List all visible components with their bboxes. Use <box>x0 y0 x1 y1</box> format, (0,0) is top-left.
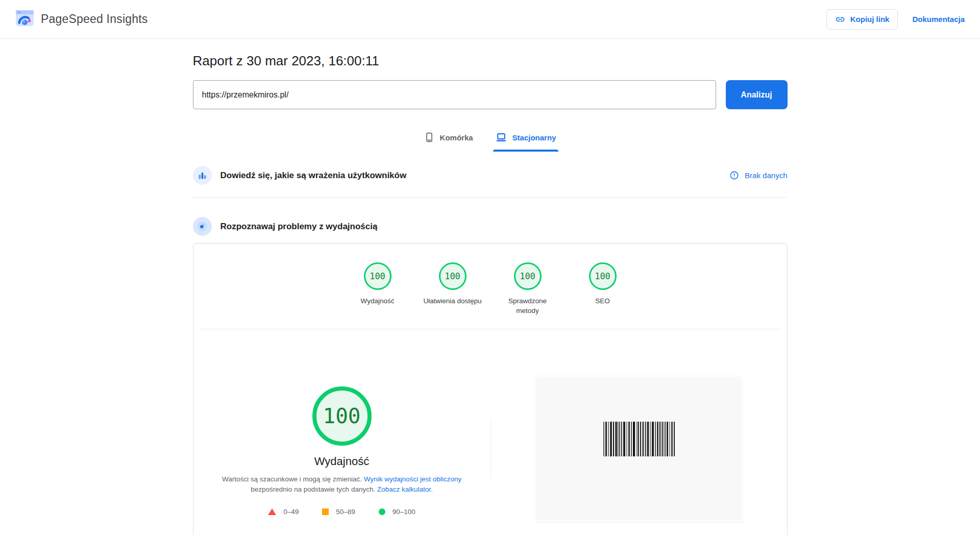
score-calculation-link[interactable]: Wynik wydajności jest obliczony <box>364 475 461 483</box>
category-scores-row: 100 Wydajność 100 Ułatwienia dostępu 100… <box>193 244 787 315</box>
see-calculator-link[interactable]: Zobacz kalkulator. <box>377 485 433 493</box>
copy-link-label: Kopiuj link <box>850 15 890 23</box>
tab-mobile[interactable]: Komórka <box>422 128 476 152</box>
legend-range: 90–100 <box>393 508 415 516</box>
note-text: bezpośrednio na podstawie tych danych. <box>251 485 375 493</box>
link-icon <box>835 14 845 25</box>
tab-underline <box>493 150 559 152</box>
orange-square-icon <box>322 508 329 515</box>
score-circle: 100 <box>589 262 617 290</box>
copy-link-button[interactable]: Kopiuj link <box>826 9 898 30</box>
score-label: SEO <box>595 296 610 306</box>
legend-item-fail: 0–49 <box>268 508 299 516</box>
score-best-practices[interactable]: 100 Sprawdzone metody <box>497 262 558 315</box>
laptop-icon <box>496 132 507 143</box>
field-data-icon <box>193 166 212 185</box>
main-content: Raport z 30 mar 2023, 16:00:11 Analizuj … <box>193 53 788 535</box>
note-text: Wartości są szacunkowe i mogą się zmieni… <box>222 475 362 483</box>
legend-item-average: 50–89 <box>322 508 355 516</box>
score-circle: 100 <box>364 262 391 290</box>
top-header: PageSpeed Insights Kopiuj link Dokumenta… <box>0 0 980 39</box>
header-actions: Kopiuj link Dokumentacja <box>826 9 965 30</box>
score-label: Ułatwienia dostępu <box>423 296 481 306</box>
performance-note: Wartości są szacunkowe i mogą się zmieni… <box>222 474 462 495</box>
screenshot-column <box>491 329 787 522</box>
performance-gauge-title: Wydajność <box>314 455 369 468</box>
lighthouse-report-card: 100 Wydajność 100 Ułatwienia dostępu 100… <box>193 243 788 535</box>
info-icon <box>729 171 739 180</box>
report-title: Raport z 30 mar 2023, 16:00:11 <box>193 53 788 69</box>
legend-item-pass: 90–100 <box>379 508 415 516</box>
score-circle: 100 <box>439 262 467 290</box>
score-accessibility[interactable]: 100 Ułatwienia dostępu <box>422 262 483 315</box>
barcode-image <box>603 422 675 456</box>
performance-gauge-column: 100 Wydajność Wartości są szacunkowe i m… <box>193 329 491 516</box>
score-label: Sprawdzone metody <box>497 296 558 315</box>
legend-range: 0–49 <box>283 508 299 516</box>
device-tabs: Komórka Stacjonarny <box>193 128 788 152</box>
tab-desktop-label: Stacjonarny <box>512 133 556 142</box>
field-data-section-header: Dowiedź się, jakie są wrażenia użytkowni… <box>193 166 788 198</box>
tab-desktop[interactable]: Stacjonarny <box>493 128 559 152</box>
score-range-legend: 0–49 50–89 90–100 <box>268 508 415 516</box>
performance-detail-row: 100 Wydajność Wartości są szacunkowe i m… <box>193 329 787 522</box>
legend-range: 50–89 <box>336 508 355 516</box>
documentation-link[interactable]: Dokumentacja <box>912 15 965 23</box>
lab-data-title: Rozpoznawaj problemy z wydajnością <box>220 222 378 232</box>
score-circle: 100 <box>514 262 542 290</box>
app-title: PageSpeed Insights <box>41 12 148 26</box>
red-triangle-icon <box>268 508 276 515</box>
green-circle-icon <box>379 508 385 515</box>
score-performance[interactable]: 100 Wydajność <box>347 262 408 315</box>
url-input[interactable] <box>193 80 716 109</box>
performance-gauge[interactable]: 100 <box>312 386 372 446</box>
analyze-button[interactable]: Analizuj <box>726 80 788 109</box>
url-analyze-row: Analizuj <box>193 80 788 109</box>
score-seo[interactable]: 100 SEO <box>572 262 633 315</box>
score-label: Wydajność <box>361 296 395 306</box>
tab-mobile-label: Komórka <box>440 133 473 142</box>
pagespeed-logo-icon <box>15 10 34 29</box>
smartphone-icon <box>424 132 434 143</box>
site-screenshot-thumbnail <box>535 375 743 522</box>
no-data-link[interactable]: Brak danych <box>729 171 787 180</box>
pagespeed-home-link[interactable]: PageSpeed Insights <box>15 10 148 29</box>
field-data-title: Dowiedź się, jakie są wrażenia użytkowni… <box>220 171 407 181</box>
no-data-label: Brak danych <box>745 171 787 180</box>
lab-data-section-header: Rozpoznawaj problemy z wydajnością <box>193 217 788 236</box>
lab-data-icon <box>193 217 212 236</box>
